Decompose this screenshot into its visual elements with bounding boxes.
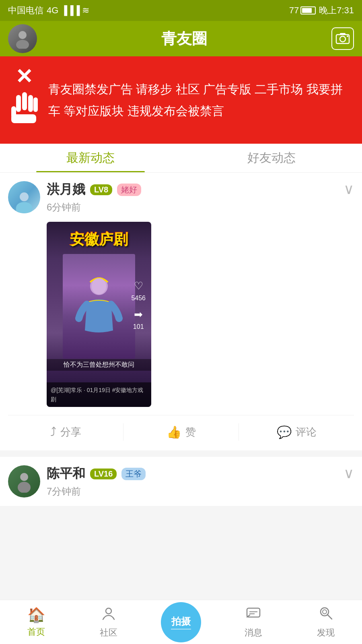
status-bar: 中国电信 4G ▐▐▐ ≋ 77 晚上7:31 xyxy=(0,0,362,21)
user-info: 洪月娥 LV8 姥好 6分钟前 xyxy=(47,181,141,214)
community-icon xyxy=(101,606,116,624)
more-button[interactable]: ∨ xyxy=(343,465,354,482)
avatar[interactable] xyxy=(8,24,37,53)
nav-capture-container: 拍摄 xyxy=(145,602,217,642)
svg-line-22 xyxy=(327,615,332,619)
like-label: 赞 xyxy=(185,425,196,439)
like-icon: 👍 xyxy=(167,425,181,439)
post-time: 7分钟前 xyxy=(47,485,146,498)
battery-icon: 77 xyxy=(289,5,316,16)
svg-point-14 xyxy=(20,473,28,481)
hand-icon xyxy=(8,90,40,134)
home-icon: 🏠 xyxy=(27,607,45,623)
svg-rect-4 xyxy=(340,33,346,35)
svg-point-15 xyxy=(18,482,31,493)
post-header: 陈平和 LV16 王爷 7分钟前 ∨ xyxy=(8,465,354,498)
user-name: 洪月娥 xyxy=(47,181,85,198)
home-label: 首页 xyxy=(27,626,45,638)
post-actions: ⤴ 分享 👍 赞 💬 评论 xyxy=(8,415,354,442)
notice-text: 青友圈禁发广告 请移步 社区 广告专版 二手市场 我要拼车 等对应版块 违规发布… xyxy=(48,78,354,122)
nav-home[interactable]: 🏠 首页 xyxy=(0,600,72,644)
svg-point-1 xyxy=(16,40,29,49)
relation-tag: 姥好 xyxy=(117,184,141,196)
header: 青友圈 xyxy=(0,21,362,56)
post-user: 洪月娥 LV8 姥好 6分钟前 xyxy=(8,181,141,214)
post-card: 陈平和 LV16 王爷 7分钟前 ∨ xyxy=(0,457,362,506)
relation-tag: 王爷 xyxy=(121,468,146,480)
like-button[interactable]: 👍 赞 xyxy=(123,422,239,442)
feed: 洪月娥 LV8 姥好 6分钟前 ∨ 安徽庐剧 xyxy=(0,173,362,506)
svg-rect-11 xyxy=(11,114,36,123)
tabs-bar: 最新动态 好友动态 xyxy=(0,144,362,173)
svg-rect-8 xyxy=(28,95,33,112)
avatar-image xyxy=(8,24,37,53)
message-icon xyxy=(246,605,261,624)
capture-label: 拍摄 xyxy=(171,615,191,628)
svg-point-5 xyxy=(347,35,348,37)
nav-community[interactable]: 社区 xyxy=(72,600,145,644)
bottom-nav: 🏠 首页 社区 拍摄 消息 xyxy=(0,600,362,644)
user-info: 陈平和 LV16 王爷 7分钟前 xyxy=(47,465,146,498)
post-time: 6分钟前 xyxy=(47,201,141,214)
post-video-thumbnail[interactable]: 安徽庐剧 恰不为三曾处 xyxy=(47,222,151,407)
page-title: 青友圈 xyxy=(37,29,331,49)
discover-icon xyxy=(318,605,333,624)
message-label: 消息 xyxy=(245,627,262,639)
svg-point-0 xyxy=(19,31,27,39)
notice-icons: ✕ xyxy=(8,66,40,134)
status-left: 中国电信 4G ▐▐▐ ≋ xyxy=(8,4,89,17)
comment-label: 评论 xyxy=(296,425,317,439)
more-button[interactable]: ∨ xyxy=(343,181,354,198)
post-image-container: 安徽庐剧 恰不为三曾处 xyxy=(47,222,354,407)
post-user: 陈平和 LV16 王爷 7分钟前 xyxy=(8,465,146,498)
video-person xyxy=(63,254,135,359)
signal-label: 4G ▐▐▐ ≋ xyxy=(47,5,89,16)
video-title: 安徽庐剧 xyxy=(47,230,151,250)
battery-level: 77 xyxy=(289,5,299,16)
comment-icon: 💬 xyxy=(277,425,292,439)
user-name-row: 洪月娥 LV8 姥好 xyxy=(47,181,141,198)
svg-rect-6 xyxy=(22,92,27,110)
user-name: 陈平和 xyxy=(47,465,85,483)
avatar-image xyxy=(8,465,40,497)
share-label: 分享 xyxy=(60,425,81,439)
post-card: 洪月娥 LV8 姥好 6分钟前 ∨ 安徽庐剧 xyxy=(0,173,362,450)
camera-icon xyxy=(335,31,350,46)
svg-rect-7 xyxy=(16,95,21,112)
nav-message[interactable]: 消息 xyxy=(217,600,290,644)
carrier-label: 中国电信 xyxy=(8,4,43,17)
discover-label: 发现 xyxy=(317,627,335,639)
svg-point-21 xyxy=(323,610,327,614)
user-name-row: 陈平和 LV16 王爷 xyxy=(47,465,146,483)
video-bottom-info: @[芜湖]常乐 · 01月19日 #安徽地方戏剧 xyxy=(47,382,151,407)
status-right: 77 晚上7:31 xyxy=(289,4,354,17)
tab-friends[interactable]: 好友动态 xyxy=(181,144,362,172)
svg-rect-9 xyxy=(33,97,38,112)
time-label: 晚上7:31 xyxy=(319,4,354,17)
comment-button[interactable]: 💬 评论 xyxy=(239,422,354,442)
share-icon: ⤴ xyxy=(50,425,56,439)
capture-line xyxy=(171,629,191,630)
svg-point-16 xyxy=(106,608,111,614)
nav-discover[interactable]: 发现 xyxy=(290,600,362,644)
capture-button[interactable]: 拍摄 xyxy=(161,602,201,642)
svg-point-3 xyxy=(340,36,346,42)
notice-banner: ✕ 青友圈禁发广告 请移步 社区 广告专版 二手市场 我要拼车 等对应版块 违规… xyxy=(0,56,362,144)
camera-button[interactable] xyxy=(331,27,354,50)
video-subtitle: 恰不为三曾处想州不敢问 xyxy=(47,359,151,371)
share-button[interactable]: ⤴ 分享 xyxy=(8,422,123,442)
user-avatar[interactable] xyxy=(8,465,40,497)
post-header: 洪月娥 LV8 姥好 6分钟前 ∨ xyxy=(8,181,354,214)
user-avatar[interactable] xyxy=(8,181,40,213)
tab-latest[interactable]: 最新动态 xyxy=(0,144,181,172)
level-badge: LV8 xyxy=(90,184,112,195)
level-badge: LV16 xyxy=(90,469,117,479)
close-button[interactable]: ✕ xyxy=(15,66,33,87)
svg-point-13 xyxy=(92,278,106,294)
community-label: 社区 xyxy=(100,627,117,639)
avatar-image xyxy=(8,181,40,213)
